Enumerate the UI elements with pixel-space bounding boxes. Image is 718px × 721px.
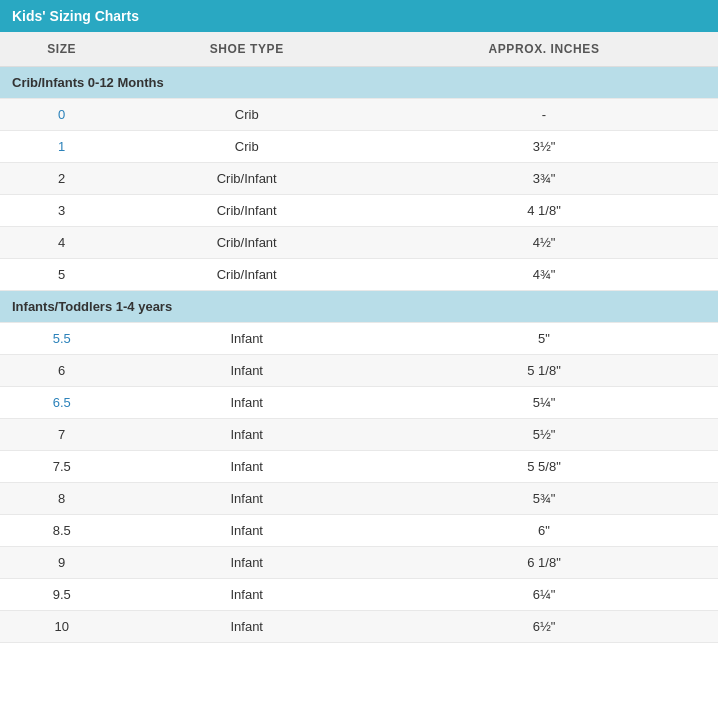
table-row: 7.5Infant5 5/8" <box>0 451 718 483</box>
table-row: 9.5Infant6¼" <box>0 579 718 611</box>
cell-inches: 4¾" <box>370 259 718 291</box>
cell-size: 7 <box>0 419 123 451</box>
table-row: 6.5Infant5¼" <box>0 387 718 419</box>
cell-shoe-type: Infant <box>123 547 370 579</box>
cell-shoe-type: Crib/Infant <box>123 227 370 259</box>
section-label: Infants/Toddlers 1-4 years <box>0 291 718 323</box>
cell-shoe-type: Infant <box>123 451 370 483</box>
cell-inches: 6½" <box>370 611 718 643</box>
table-row: 7Infant5½" <box>0 419 718 451</box>
cell-inches: 3½" <box>370 131 718 163</box>
sizing-table: SIZE SHOE TYPE APPROX. INCHES Crib/Infan… <box>0 32 718 643</box>
cell-shoe-type: Crib <box>123 131 370 163</box>
table-row: 8.5Infant6" <box>0 515 718 547</box>
cell-inches: 5" <box>370 323 718 355</box>
cell-shoe-type: Crib/Infant <box>123 163 370 195</box>
table-row: 4Crib/Infant4½" <box>0 227 718 259</box>
table-row: 2Crib/Infant3¾" <box>0 163 718 195</box>
cell-shoe-type: Infant <box>123 611 370 643</box>
table-row: 3Crib/Infant4 1/8" <box>0 195 718 227</box>
cell-size: 6.5 <box>0 387 123 419</box>
cell-size: 9 <box>0 547 123 579</box>
cell-shoe-type: Crib/Infant <box>123 259 370 291</box>
cell-inches: 4 1/8" <box>370 195 718 227</box>
cell-shoe-type: Infant <box>123 419 370 451</box>
cell-inches: 6" <box>370 515 718 547</box>
cell-shoe-type: Infant <box>123 387 370 419</box>
cell-inches: 5¼" <box>370 387 718 419</box>
cell-size: 5 <box>0 259 123 291</box>
cell-shoe-type: Infant <box>123 323 370 355</box>
header-size: SIZE <box>0 32 123 67</box>
table-row: 0Crib- <box>0 99 718 131</box>
cell-inches: 3¾" <box>370 163 718 195</box>
table-row: 9Infant6 1/8" <box>0 547 718 579</box>
cell-inches: - <box>370 99 718 131</box>
cell-size: 8.5 <box>0 515 123 547</box>
table-row: 10Infant6½" <box>0 611 718 643</box>
table-row: 5Crib/Infant4¾" <box>0 259 718 291</box>
cell-inches: 6¼" <box>370 579 718 611</box>
cell-shoe-type: Infant <box>123 515 370 547</box>
section-header-row: Crib/Infants 0-12 Months <box>0 67 718 99</box>
cell-size: 8 <box>0 483 123 515</box>
table-row: 1Crib3½" <box>0 131 718 163</box>
cell-size: 4 <box>0 227 123 259</box>
cell-shoe-type: Crib <box>123 99 370 131</box>
table-row: 5.5Infant5" <box>0 323 718 355</box>
table-row: 8Infant5¾" <box>0 483 718 515</box>
table-header-row: SIZE SHOE TYPE APPROX. INCHES <box>0 32 718 67</box>
table-row: 6Infant5 1/8" <box>0 355 718 387</box>
cell-size: 3 <box>0 195 123 227</box>
cell-size: 9.5 <box>0 579 123 611</box>
cell-shoe-type: Infant <box>123 483 370 515</box>
cell-inches: 5½" <box>370 419 718 451</box>
header-inches: APPROX. INCHES <box>370 32 718 67</box>
cell-shoe-type: Infant <box>123 579 370 611</box>
cell-size: 0 <box>0 99 123 131</box>
cell-inches: 5¾" <box>370 483 718 515</box>
cell-size: 6 <box>0 355 123 387</box>
table-body: Crib/Infants 0-12 Months0Crib-1Crib3½"2C… <box>0 67 718 643</box>
cell-inches: 5 5/8" <box>370 451 718 483</box>
cell-inches: 5 1/8" <box>370 355 718 387</box>
cell-size: 5.5 <box>0 323 123 355</box>
cell-inches: 4½" <box>370 227 718 259</box>
cell-shoe-type: Crib/Infant <box>123 195 370 227</box>
section-header-row: Infants/Toddlers 1-4 years <box>0 291 718 323</box>
cell-size: 7.5 <box>0 451 123 483</box>
chart-container: Kids' Sizing Charts SIZE SHOE TYPE APPRO… <box>0 0 718 643</box>
cell-size: 1 <box>0 131 123 163</box>
header-shoe-type: SHOE TYPE <box>123 32 370 67</box>
cell-size: 10 <box>0 611 123 643</box>
cell-inches: 6 1/8" <box>370 547 718 579</box>
section-label: Crib/Infants 0-12 Months <box>0 67 718 99</box>
cell-size: 2 <box>0 163 123 195</box>
chart-title: Kids' Sizing Charts <box>0 0 718 32</box>
cell-shoe-type: Infant <box>123 355 370 387</box>
